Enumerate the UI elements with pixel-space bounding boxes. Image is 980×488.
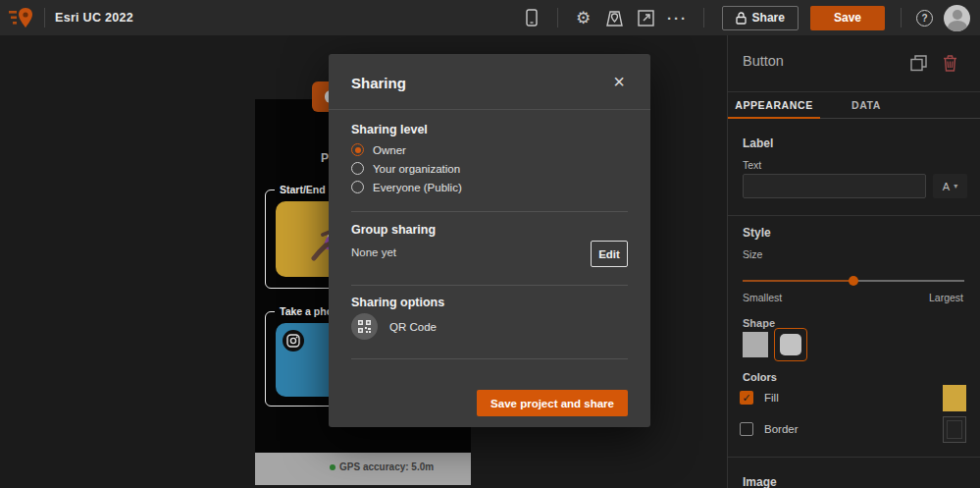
share-button[interactable]: Share: [722, 6, 799, 30]
shape-rounded-swatch: [780, 334, 801, 355]
border-label: Border: [764, 423, 799, 435]
qr-code-label: QR Code: [389, 321, 437, 333]
dialog-header: Sharing ×: [329, 54, 650, 110]
avatar-body: [948, 21, 967, 31]
fill-label: Fill: [764, 392, 779, 404]
slider-handle[interactable]: [849, 276, 858, 286]
more-options-icon[interactable]: ···: [665, 5, 691, 30]
gps-accuracy-text: GPS accuracy: 5.0m: [339, 461, 434, 472]
close-icon[interactable]: ×: [607, 70, 631, 93]
user-avatar[interactable]: [944, 5, 970, 31]
size-label: Size: [743, 248, 762, 260]
sharing-options-heading: Sharing options: [351, 296, 444, 309]
divider: [351, 211, 628, 212]
colors-section-heading: Colors: [743, 371, 777, 383]
radio-label: Your organization: [373, 163, 460, 175]
slider-max-label: Largest: [929, 292, 963, 303]
active-tab-underline: [728, 117, 820, 119]
gps-status-bar: GPS accuracy: 5.0m: [255, 453, 471, 485]
panel-title: Button: [743, 53, 784, 69]
radio-label: Everyone (Public): [373, 182, 462, 193]
divider: [728, 457, 980, 458]
style-section-heading: Style: [743, 226, 771, 240]
font-style-value: A: [943, 181, 950, 192]
group-sharing-value: None yet: [351, 246, 396, 258]
radio-owner[interactable]: Owner: [351, 140, 406, 159]
share-label: Share: [752, 11, 785, 25]
border-checkbox[interactable]: [740, 422, 753, 436]
size-slider[interactable]: [743, 275, 964, 287]
duplicate-icon[interactable]: [910, 55, 928, 73]
qr-code-option[interactable]: QR Code: [351, 313, 437, 340]
edit-groups-button[interactable]: Edit: [591, 241, 628, 267]
sharing-level-heading: Sharing level: [351, 123, 428, 136]
radio-everyone-public[interactable]: Everyone (Public): [351, 178, 462, 196]
button-text-input[interactable]: [743, 174, 926, 198]
divider: [351, 358, 628, 359]
quickcapture-designer: Start/End Take a photo: [0, 0, 980, 488]
delete-icon[interactable]: [943, 55, 960, 73]
project-title: Esri UC 2022: [55, 11, 133, 25]
slider-min-label: Smallest: [743, 292, 782, 303]
tab-appearance[interactable]: APPEARANCE: [728, 94, 820, 119]
qr-code-icon: [351, 313, 378, 340]
divider: [703, 8, 704, 27]
properties-panel: Button APPEARANCE DATA Label Te: [727, 35, 980, 488]
camera-icon: [283, 330, 304, 352]
label-section-heading: Label: [743, 136, 773, 150]
image-section-heading: Image: [743, 475, 777, 488]
radio-your-organization[interactable]: Your organization: [351, 159, 460, 178]
fill-checkbox-row[interactable]: ✓ Fill: [740, 390, 779, 406]
device-preview-icon[interactable]: [519, 5, 544, 30]
canvas-heading-fragment: P: [321, 151, 329, 165]
avatar-head: [953, 10, 962, 20]
radio-icon[interactable]: [351, 181, 364, 193]
open-link-icon[interactable]: [634, 5, 659, 30]
divider: [351, 285, 628, 286]
top-bar: Esri UC 2022 ⚙ ···: [0, 0, 980, 35]
lock-icon: [736, 12, 747, 25]
shape-option-square[interactable]: [743, 332, 768, 357]
slider-fill: [743, 280, 853, 282]
help-icon[interactable]: ?: [916, 10, 933, 27]
divider: [901, 8, 902, 27]
divider: [728, 91, 980, 92]
map-pin-icon[interactable]: [602, 5, 628, 30]
fill-color-swatch[interactable]: [943, 385, 966, 411]
dialog-title: Sharing: [351, 75, 406, 91]
save-button[interactable]: Save: [810, 6, 885, 30]
radio-icon[interactable]: [351, 162, 364, 175]
gps-dot-icon: [330, 464, 335, 470]
group-sharing-heading: Group sharing: [351, 223, 436, 237]
radio-selected-icon[interactable]: [351, 143, 364, 156]
radio-label: Owner: [373, 144, 406, 156]
divider: [44, 8, 45, 27]
quickcapture-logo-icon[interactable]: [9, 7, 34, 28]
text-field-label: Text: [743, 159, 761, 171]
shape-option-rounded-selected[interactable]: [774, 328, 807, 361]
group-legend: Start/End: [275, 184, 331, 195]
fill-checkbox[interactable]: ✓: [740, 391, 753, 405]
border-color-swatch[interactable]: [943, 416, 966, 443]
sharing-dialog: Sharing × Sharing level Owner Your organ…: [329, 54, 650, 427]
divider: [557, 8, 558, 27]
shape-label: Shape: [743, 317, 775, 329]
tab-data[interactable]: DATA: [820, 94, 912, 119]
settings-gear-icon[interactable]: ⚙: [571, 5, 596, 30]
panel-tabs: APPEARANCE DATA: [728, 94, 980, 119]
divider: [728, 215, 980, 216]
chevron-down-icon: ▾: [954, 182, 957, 190]
save-project-and-share-button[interactable]: Save project and share: [477, 390, 628, 416]
border-checkbox-row[interactable]: Border: [740, 421, 799, 437]
font-style-dropdown[interactable]: A ▾: [933, 174, 967, 198]
